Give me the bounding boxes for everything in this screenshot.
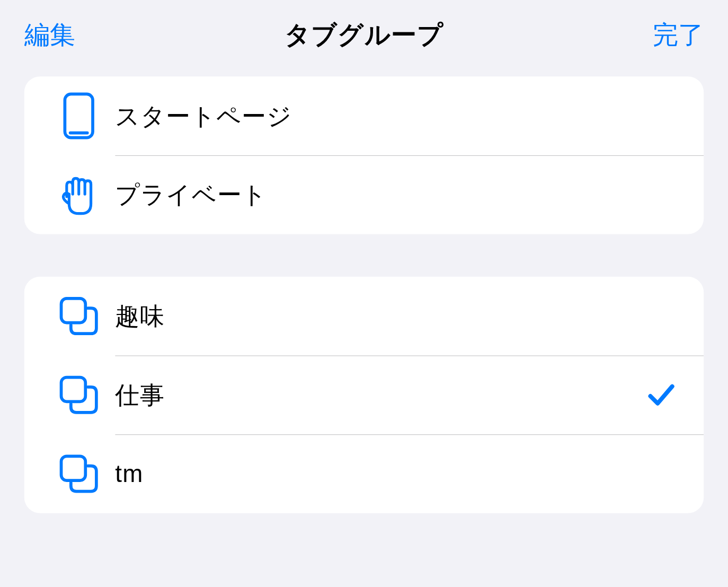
page-title: タブグループ	[285, 18, 444, 52]
header: 編集 タブグループ 完了	[0, 0, 728, 76]
row-group-work[interactable]: 仕事	[24, 355, 704, 434]
done-button[interactable]: 完了	[653, 18, 704, 52]
row-label: 趣味	[115, 300, 643, 333]
edit-button[interactable]: 編集	[24, 18, 75, 52]
default-groups-section: スタートページ プライベート	[24, 76, 704, 234]
row-label: スタートページ	[115, 99, 643, 133]
svg-rect-2	[61, 299, 86, 323]
tab-group-icon	[42, 375, 115, 415]
row-private[interactable]: プライベート	[24, 155, 704, 234]
tab-group-icon	[42, 454, 115, 494]
checkmark-icon	[643, 383, 680, 407]
row-group-tm[interactable]: tm	[24, 434, 704, 513]
row-group-hobby[interactable]: 趣味	[24, 277, 704, 356]
user-groups-section: 趣味 仕事 tm	[24, 277, 704, 513]
hand-icon	[42, 173, 115, 216]
row-label: tm	[115, 460, 643, 487]
device-icon	[42, 92, 115, 139]
row-label: プライベート	[115, 178, 643, 212]
row-start-page[interactable]: スタートページ	[24, 76, 704, 155]
row-label: 仕事	[115, 378, 643, 411]
tab-group-icon	[42, 296, 115, 336]
svg-rect-4	[61, 456, 86, 480]
svg-rect-0	[65, 94, 93, 137]
svg-rect-3	[61, 378, 86, 402]
